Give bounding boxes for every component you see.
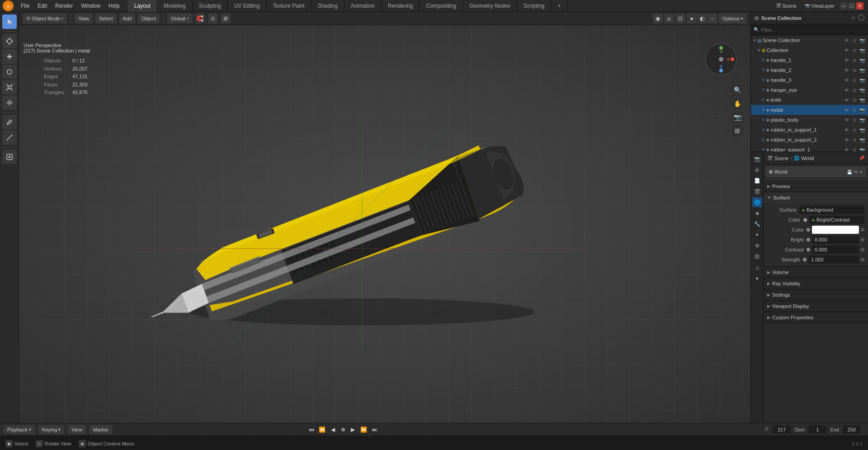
constraints-props-btn[interactable]: ⛓ [752, 251, 762, 261]
maximize-btn[interactable]: □ [848, 2, 855, 9]
h1-vis[interactable]: 👁 [844, 57, 850, 63]
outliner-options-icon[interactable] [858, 14, 864, 21]
coll-vis[interactable]: 👁 [844, 47, 850, 53]
color-right-dot[interactable] [861, 228, 864, 232]
physics-props-btn[interactable]: ⚙ [752, 241, 762, 251]
tl-view-btn[interactable]: View [68, 425, 86, 434]
h3-vis[interactable]: 👁 [844, 77, 850, 83]
render-props-btn[interactable]: 📷 [752, 154, 762, 164]
scene-props-btn[interactable]: 🎬 [752, 186, 762, 196]
ri2-rend[interactable]: 📷 [859, 137, 865, 143]
tab-sculpting[interactable]: Sculpting [193, 0, 228, 12]
step-back-btn[interactable]: ⏪ [318, 425, 327, 434]
rendered-shading[interactable]: ○ [708, 14, 717, 24]
contrast-right-dot[interactable] [861, 248, 864, 251]
world-close-icon[interactable]: ✕ [859, 170, 863, 175]
outliner-hanger-eye[interactable]: ▽ ◈ hanger_eye 👁 ⊙ 📷 [751, 85, 868, 95]
collection-collapse[interactable]: ▼ [753, 38, 756, 43]
transform-tool[interactable] [2, 95, 17, 110]
select-menu[interactable]: Select [95, 14, 117, 24]
he-res[interactable]: ⊙ [851, 87, 858, 93]
color-swatch[interactable] [812, 226, 859, 234]
marker-btn[interactable]: Marker [90, 425, 112, 434]
pb-rend[interactable]: 📷 [859, 117, 865, 123]
add-tool[interactable] [2, 150, 17, 164]
3d-scene[interactable]: User Perspective (217) Scene Collection … [19, 25, 750, 423]
grid-view-btn[interactable]: ⊞ [731, 125, 743, 137]
grid-btn[interactable]: ⊞ [221, 14, 231, 24]
outliner-rubber-support-1[interactable]: ▽ ◈ rubber_support_1 👁 ⊙ 📷 [751, 145, 868, 152]
outliner-knife[interactable]: ▽ ◈ knife 👁 ⊙ 📷 [751, 95, 868, 105]
outliner-rubber-in-1[interactable]: ▽ ◈ rubber_in_support_1 👁 ⊙ 📷 [751, 125, 868, 135]
start-frame[interactable]: 1 [808, 426, 826, 434]
world-name-row[interactable]: World 💾 ⧉ ✕ [765, 166, 866, 177]
tab-animation[interactable]: Animation [344, 0, 382, 12]
viewport-gizmo[interactable]: Y X Z [705, 43, 741, 80]
file-menu[interactable]: File [17, 2, 33, 10]
tab-modeling[interactable]: Modeling [157, 0, 193, 12]
mt-res[interactable]: ⊙ [851, 107, 858, 113]
h2-rend[interactable]: 📷 [859, 67, 865, 73]
play-reverse-btn[interactable]: ◀ [329, 425, 338, 434]
pan-btn[interactable]: ✋ [731, 98, 743, 109]
pb-vis[interactable]: 👁 [844, 117, 850, 123]
ray-visibility-header[interactable]: Ray Visibility [764, 278, 868, 289]
cursor-tool[interactable] [2, 34, 17, 48]
blender-logo[interactable]: ◎ [3, 0, 14, 11]
coll-rend[interactable]: 📷 [859, 47, 865, 53]
mt-rend[interactable]: 📷 [859, 107, 865, 113]
h1-res[interactable]: ⊙ [851, 57, 858, 63]
vis-toggle-1[interactable]: 👁 [844, 37, 850, 43]
world-props-btn active[interactable]: 🌐 [752, 197, 762, 207]
view-layer-selector[interactable]: 📷 ViewLayer [802, 2, 837, 9]
outliner-rubber-in-2[interactable]: ▽ ◈ rubber_in_support_2 👁 ⊙ 📷 [751, 135, 868, 145]
h3-res[interactable]: ⊙ [851, 77, 858, 83]
tab-texture-paint[interactable]: Texture Paint [267, 0, 311, 12]
coll-res[interactable]: ⊙ [851, 47, 858, 53]
kn-res[interactable]: ⊙ [851, 97, 858, 103]
camera-btn[interactable]: 📷 [731, 111, 743, 123]
mode-selector[interactable]: ⊙ Object Mode ▾ [23, 14, 67, 24]
transform-selector[interactable]: Global ▾ [167, 14, 193, 24]
output-props-btn[interactable]: 🖨 [752, 165, 762, 175]
he-vis[interactable]: 👁 [844, 87, 850, 93]
bright-value[interactable]: 0.000 [812, 236, 859, 244]
overlay-btn[interactable]: ⧇ [664, 14, 674, 24]
collection-tri[interactable]: ▼ [757, 48, 761, 52]
tab-add[interactable]: + [552, 0, 568, 12]
color-shader-value-btn[interactable]: Bright/Contrast [809, 216, 864, 224]
keying-btn[interactable]: Keying ▾ [38, 425, 65, 434]
props-pin-btn[interactable]: 📌 [859, 156, 864, 161]
settings-header[interactable]: Settings [764, 289, 868, 300]
world-save-icon[interactable]: 💾 [847, 170, 852, 175]
tab-layout[interactable]: Layout [128, 0, 157, 12]
edit-menu[interactable]: Edit [34, 2, 51, 10]
end-frame[interactable]: 250 [843, 426, 861, 434]
select-tool[interactable] [2, 14, 17, 29]
material-shading[interactable]: ◐ [697, 14, 707, 24]
proportional-btn[interactable]: ⊙ [208, 14, 218, 24]
world-copy-icon[interactable]: ⧉ [854, 169, 857, 175]
gizmo-y-axis[interactable]: Y [719, 46, 723, 54]
mt-vis[interactable]: 👁 [844, 107, 850, 113]
tab-rendering[interactable]: Rendering [382, 0, 420, 12]
scene-selector[interactable]: 🎬 Scene [773, 2, 799, 9]
help-menu[interactable]: Help [105, 2, 123, 10]
particles-props-btn[interactable]: ✦ [752, 230, 762, 240]
h1-rend[interactable]: 📷 [859, 57, 865, 63]
strength-value[interactable]: 1.000 [808, 256, 859, 264]
ri1-rend[interactable]: 📷 [859, 127, 865, 133]
tab-uv-editing[interactable]: UV Editing [228, 0, 267, 12]
rs1-res[interactable]: ⊙ [851, 147, 858, 152]
tab-geometry-nodes[interactable]: Geometry Nodes [463, 0, 517, 12]
bright-dot[interactable] [807, 238, 810, 242]
surface-section-header[interactable]: Surface [764, 192, 868, 203]
solid-shading[interactable]: ● [687, 14, 697, 24]
jump-end-btn[interactable]: ⏭ [370, 425, 379, 434]
ri1-vis[interactable]: 👁 [844, 127, 850, 133]
gizmo-z-axis[interactable]: Z [719, 64, 723, 72]
kn-rend[interactable]: 📷 [859, 97, 865, 103]
gizmo-x-axis[interactable]: X [727, 57, 734, 62]
snap-btn[interactable]: 🧲 [195, 14, 205, 24]
object-menu[interactable]: Object [138, 14, 160, 24]
